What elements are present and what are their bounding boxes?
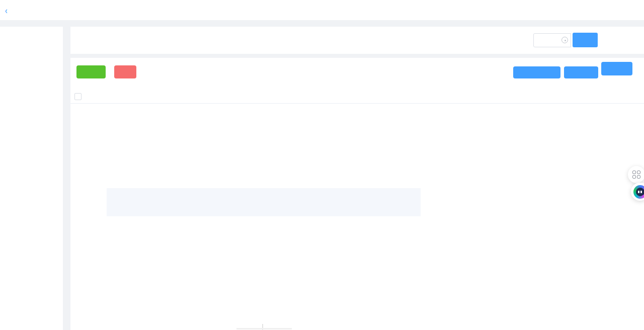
select-all-checkbox[interactable] <box>74 93 82 100</box>
clear-keyword-icon[interactable] <box>561 37 568 43</box>
back-chevron-icon: ‹ <box>5 6 8 15</box>
redacted-content-overlay <box>107 104 421 330</box>
highlighted-row-band <box>107 188 421 216</box>
top-bar: ‹ <box>0 0 644 20</box>
registration-management-page: ‹ <box>0 0 644 330</box>
approve-button[interactable] <box>76 65 106 78</box>
table-header <box>70 90 644 104</box>
scrollbar-horizontal-hint[interactable] <box>236 328 292 329</box>
sidebar-nav <box>0 27 63 330</box>
assistant-robot-icon <box>633 185 644 199</box>
grid-icon <box>632 171 640 179</box>
send-notice-button[interactable] <box>564 66 598 78</box>
reject-button[interactable] <box>114 65 136 78</box>
export-all-button[interactable] <box>513 66 560 78</box>
back-button[interactable]: ‹ <box>5 0 10 20</box>
search-button[interactable] <box>573 33 598 47</box>
import-registration-button[interactable] <box>601 62 632 75</box>
widgets-float-button[interactable] <box>628 166 644 183</box>
